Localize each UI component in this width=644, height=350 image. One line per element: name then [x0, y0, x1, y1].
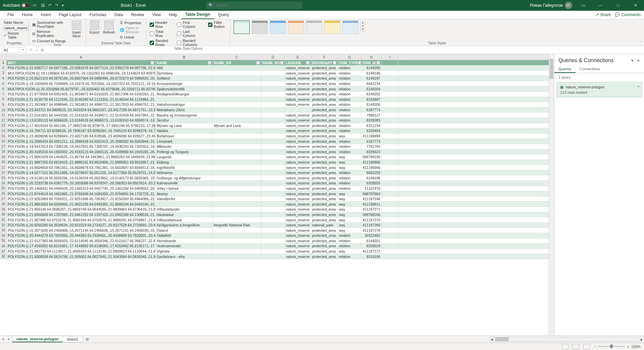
cell-name[interactable]: Skrúður	[156, 118, 213, 123]
cell-name[interactable]: Melrakkaey (2km)	[156, 107, 213, 113]
cell-osm-type[interactable]: relation	[338, 170, 361, 175]
table-header-leisure[interactable]: LEISURE▼	[285, 60, 311, 65]
cell-osm-type[interactable]: relation	[338, 118, 361, 123]
cell-name-en[interactable]	[213, 102, 261, 107]
cell-name-ru[interactable]	[261, 81, 285, 86]
cell-empty[interactable]	[382, 76, 398, 81]
cell-osm-type[interactable]: relation	[338, 97, 361, 102]
cell-osm-type[interactable]: way	[338, 217, 361, 222]
cell-osm-type[interactable]: relation	[338, 76, 361, 81]
cell-osm-id[interactable]: 6149201	[361, 238, 382, 244]
cell-name-ru[interactable]	[261, 170, 285, 175]
row-header[interactable]: 5	[0, 81, 7, 86]
cell-boundary[interactable]: protected_area	[311, 212, 338, 217]
cell-boundary[interactable]: protected_area	[311, 217, 338, 222]
cell-osm-type[interactable]: relation	[338, 233, 361, 238]
cell-leisure[interactable]: nature_reserve	[285, 139, 311, 144]
row-header[interactable]: 29	[0, 207, 7, 212]
cell-leisure[interactable]: nature_reserve	[285, 223, 311, 228]
close-icon[interactable]: ✕	[629, 3, 642, 8]
tab-home[interactable]: Home	[18, 11, 37, 19]
cell-name-ru[interactable]	[261, 107, 285, 113]
cell-wkt[interactable]: MULTIPOLYGON (((-19.1196904 63.4102079,-…	[7, 71, 156, 76]
cell-osm-type[interactable]: way	[338, 228, 361, 233]
row-header[interactable]: 10	[0, 107, 7, 113]
tab-data[interactable]: Data	[110, 11, 127, 19]
cell-name-ru[interactable]	[261, 134, 285, 139]
row-header[interactable]: 25	[0, 186, 7, 191]
export-button[interactable]: Export	[89, 20, 100, 34]
user-name[interactable]: Роман Гайнуллов	[530, 3, 563, 8]
cell-name-ru[interactable]	[261, 249, 285, 254]
cancel-formula-icon[interactable]: ✕	[30, 48, 33, 52]
cell-boundary[interactable]: protected_area	[311, 134, 338, 139]
cell-osm-type[interactable]: relation	[338, 144, 361, 149]
cell-boundary[interactable]: protected_area	[311, 65, 338, 71]
row-header[interactable]: 12	[0, 118, 7, 123]
convert-range-button[interactable]: ▭Convert to Range	[32, 39, 68, 43]
banded-columns-checkbox[interactable]: Banded Columns	[177, 39, 201, 47]
fx-icon[interactable]: fx	[41, 48, 44, 52]
cell-empty[interactable]	[382, 149, 398, 155]
cell-wkt[interactable]: POLYGON ((-16.6604658 63.7961651,-16.660…	[7, 165, 156, 170]
row-header[interactable]: 30	[0, 212, 7, 217]
cell-name-en[interactable]	[213, 254, 261, 259]
cell-boundary[interactable]: protected_area	[311, 196, 338, 202]
name-box[interactable]: A1▼	[2, 47, 26, 53]
cell-wkt[interactable]: POLYGON ((-21.9300038 64.0824788,-21.935…	[7, 254, 156, 259]
cell-empty[interactable]	[382, 86, 398, 91]
cell-name-en[interactable]	[213, 107, 261, 113]
cell-name-en[interactable]	[213, 128, 261, 133]
cell-name-ru[interactable]	[261, 217, 285, 222]
cell-leisure[interactable]: nature_reserve	[285, 233, 311, 238]
cell-osm-type[interactable]: way	[338, 165, 361, 170]
cell-name[interactable]: Hornstrandir	[156, 238, 213, 244]
cell-boundary[interactable]: protected_area	[311, 86, 338, 91]
cell-boundary[interactable]: protected_area	[311, 128, 338, 133]
cell-osm-id[interactable]: 6149204	[361, 86, 382, 91]
zoom-level[interactable]: 100%	[631, 345, 641, 349]
cell-osm-id[interactable]: 6149200	[361, 65, 382, 71]
cell-boundary[interactable]: protected_area	[311, 76, 338, 81]
cell-wkt[interactable]: POLYGON ((-22.6127365 66.3556933,-22.611…	[7, 238, 156, 244]
cell-name-ru[interactable]	[261, 191, 285, 196]
cell-empty[interactable]	[382, 212, 398, 217]
cell-name-ru[interactable]	[261, 233, 285, 238]
cell-name[interactable]: Geitland	[156, 76, 213, 81]
cell-osm-type[interactable]: way	[338, 134, 361, 139]
tab-query[interactable]: Query	[214, 11, 233, 19]
cell-leisure[interactable]: nature_reserve	[285, 81, 311, 86]
cell-osm-type[interactable]: relation	[338, 86, 361, 91]
cell-name-en[interactable]	[213, 170, 261, 175]
cell-boundary[interactable]: protected_area	[311, 123, 338, 128]
cell-empty[interactable]	[382, 97, 398, 102]
cell-osm-id[interactable]: 8328529	[361, 244, 382, 249]
cell-boundary[interactable]: protected_area	[311, 244, 338, 249]
cell-osm-id[interactable]: 11107470	[361, 186, 382, 191]
cell-boundary[interactable]: protected_area	[311, 186, 338, 191]
cell-boundary[interactable]: protected_area	[311, 160, 338, 165]
cell-leisure[interactable]: nature_reserve	[285, 170, 311, 175]
row-header[interactable]: 17	[0, 144, 7, 149]
cell-osm-id[interactable]: 6243997	[361, 97, 382, 102]
horizontal-scrollbar[interactable]: ◂▸	[490, 337, 644, 342]
cell-leisure[interactable]: nature_reserve	[285, 249, 311, 254]
cell-name[interactable]: Krossanesborgir	[156, 81, 213, 86]
cell-leisure[interactable]: nature_reserve	[285, 191, 311, 196]
cell-empty[interactable]	[382, 170, 398, 175]
tab-view[interactable]: View	[148, 11, 165, 19]
cell-name[interactable]: Hólmanes	[156, 170, 213, 175]
cell-osm-id[interactable]: 411196898	[361, 134, 382, 139]
unlink-button[interactable]: ⊘Unlink	[120, 35, 143, 39]
cell-wkt[interactable]: POLYGON ((-13.6185118 64.9066628,-13.618…	[7, 118, 156, 123]
redo-icon[interactable]: ↷	[55, 3, 58, 8]
cell-osm-id[interactable]: 588768186	[361, 212, 382, 217]
cell-leisure[interactable]: nature_reserve	[285, 228, 311, 233]
table-style-5[interactable]	[306, 20, 322, 34]
summarize-pivot-button[interactable]: ▦Summarize with PivotTable	[32, 20, 68, 29]
cell-wkt[interactable]: POLYGON ((-17.4160052 65.8214361,-17.414…	[7, 244, 156, 249]
cell-leisure[interactable]: nature_reserve	[285, 181, 311, 186]
cell-empty[interactable]	[382, 65, 398, 71]
cell-name-en[interactable]	[213, 202, 261, 207]
cell-osm-type[interactable]: relation	[338, 81, 361, 86]
